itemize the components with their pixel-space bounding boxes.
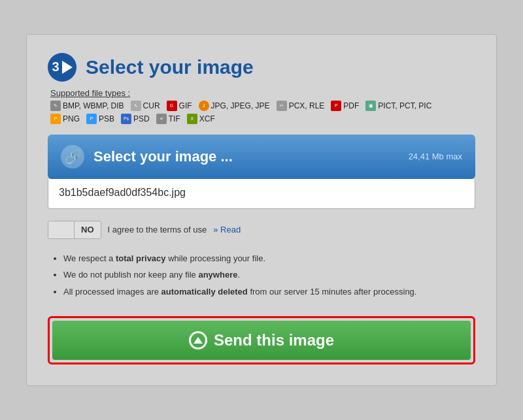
file-types-label: Supported file types : [50, 88, 475, 98]
privacy-bold-3: automatically deleted [161, 287, 248, 297]
terms-row: NO I agree to the terms of use » Read [48, 221, 475, 239]
bmp-label: BMP, WBMP, DIB [63, 101, 124, 110]
upload-arrow [194, 337, 203, 344]
pcx-label: PCX, RLE [289, 101, 325, 110]
psd-icon: Ps [121, 114, 131, 124]
file-type-jpg: J JPG, JPEG, JPE [199, 101, 270, 111]
paperclip-icon: 🔗 [61, 145, 84, 169]
privacy-item-1: We respect a total privacy while process… [63, 252, 475, 265]
tif-label: TIF [169, 114, 180, 123]
pict-label: PICT, PCT, PIC [378, 101, 431, 110]
pict-icon: ▣ [365, 101, 376, 111]
psd-label: PSD [133, 114, 150, 123]
send-image-button[interactable]: Send this image [52, 321, 471, 360]
privacy-item-3: All processed images are automatically d… [63, 285, 475, 299]
terms-toggle[interactable]: NO [48, 221, 101, 239]
file-type-cur: ↖ CUR [131, 101, 160, 111]
png-icon: P [50, 114, 61, 124]
privacy-bold-2: anywhere [198, 270, 237, 280]
file-type-pdf: P PDF [331, 101, 359, 111]
file-type-tif: ≡ TIF [156, 114, 180, 124]
step-header: 3 Select your image [48, 53, 475, 82]
step-badge: 3 [48, 53, 76, 82]
file-type-gif: G GIF [167, 101, 192, 111]
jpg-icon: J [199, 101, 209, 111]
xcf-label: XCF [199, 114, 215, 123]
file-type-psd: Ps PSD [121, 114, 150, 124]
xcf-icon: X [187, 114, 197, 124]
file-types-row1: ✎ BMP, WBMP, DIB ↖ CUR G GIF J JPG, JPEG… [50, 101, 475, 111]
privacy-bold-1: total privacy [116, 253, 166, 263]
privacy-list: We respect a total privacy while process… [48, 252, 475, 299]
step-title: Select your image [86, 56, 254, 78]
cur-label: CUR [143, 101, 160, 110]
pcx-icon: ✂ [277, 101, 287, 111]
selected-file-name: 3b1b5daef9ad0df354bc.jpg [48, 179, 475, 209]
pdf-icon: P [331, 101, 341, 111]
file-type-bmp: ✎ BMP, WBMP, DIB [50, 101, 124, 111]
select-image-button[interactable]: 🔗 Select your image ... 24,41 Mb max [48, 135, 475, 179]
send-button-wrapper: Send this image [48, 316, 475, 364]
file-types-section: Supported file types : ✎ BMP, WBMP, DIB … [50, 88, 475, 124]
pdf-label: PDF [343, 101, 359, 110]
file-type-pcx: ✂ PCX, RLE [277, 101, 325, 111]
gif-icon: G [167, 101, 177, 111]
upload-icon [189, 331, 207, 349]
cur-icon: ↖ [131, 101, 141, 111]
file-type-psb: P PSB [86, 114, 114, 124]
jpg-label: JPG, JPEG, JPE [211, 101, 270, 110]
max-size-label: 24,41 Mb max [409, 152, 462, 161]
send-image-label: Send this image [214, 331, 334, 349]
toggle-no-label: NO [75, 221, 101, 238]
terms-read-link[interactable]: » Read [213, 225, 241, 234]
psb-icon: P [86, 114, 97, 124]
play-icon [62, 61, 73, 74]
step-number: 3 [52, 59, 59, 74]
gif-label: GIF [179, 101, 192, 110]
file-types-row2: P PNG P PSB Ps PSD ≡ TIF X XCF [50, 114, 475, 124]
file-type-pict: ▣ PICT, PCT, PIC [365, 101, 431, 111]
terms-text: I agree to the terms of use [108, 225, 207, 234]
main-card: 3 Select your image Supported file types… [26, 34, 497, 387]
tif-icon: ≡ [156, 114, 167, 124]
png-label: PNG [63, 114, 80, 123]
file-type-png: P PNG [50, 114, 80, 124]
select-image-label: Select your image ... [93, 148, 399, 165]
privacy-item-2: We do not publish nor keep any file anyw… [63, 268, 475, 282]
file-type-xcf: X XCF [187, 114, 215, 124]
bmp-icon: ✎ [50, 101, 61, 111]
toggle-off-part [48, 221, 75, 238]
psb-label: PSB [99, 114, 114, 123]
